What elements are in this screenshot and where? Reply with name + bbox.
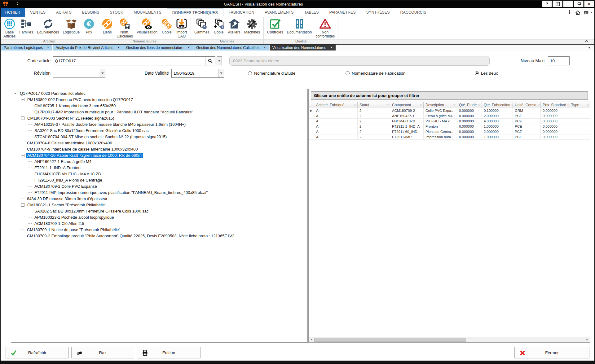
tab-gestion-des-liens-de-nomenclature[interactable]: Gestion des liens de nomenclature✕ <box>123 45 193 50</box>
grid-column-header-qté-fabrication[interactable]: Qté_Fabrication▽ <box>482 102 513 108</box>
filter-icon[interactable]: ▽ <box>585 103 589 107</box>
tree-item[interactable]: SA0202 Sac BD 80x120mm Fermeture Glissiè… <box>11 127 307 134</box>
tree-item-selected[interactable]: ACM180704-10 Papier Kraft 72gren laize d… <box>11 152 307 158</box>
tree-item[interactable]: FT2911-60_IND_A Pions de Centrage <box>11 177 307 183</box>
code-article-caret-button[interactable] <box>217 56 222 65</box>
tree-item[interactable]: 8484-30 DF mousse 30mm 3mm d'épaisseur <box>11 195 307 202</box>
tree-item[interactable]: CM180709-2 Emballage produit "Phila Auto… <box>11 233 307 239</box>
ribbon-button-logistique[interactable]: Logistique <box>61 17 82 35</box>
scroll-thumb[interactable] <box>314 338 466 342</box>
ribbon-button-base-articles[interactable]: Base Articles <box>2 17 17 39</box>
ribbon-button-visualisation[interactable]: Visualisation <box>135 17 159 35</box>
grid-row[interactable]: A2FT2911-1_IND_AFronton0.0000001.000000P… <box>309 124 590 129</box>
grid-column-header-qté-etude[interactable]: Qté_Etude▽ <box>457 102 482 108</box>
ribbon-button-equivalences[interactable]: Equivalences <box>35 17 61 35</box>
menu-item-tables[interactable]: TABLES <box>299 8 324 17</box>
radio-les-deux[interactable]: Les deux <box>475 69 498 78</box>
grid-column-header-statut[interactable]: Statut▽ <box>358 102 390 108</box>
fermer-button[interactable]: Fermer <box>514 347 589 358</box>
refresh-button[interactable]: Rafraîchir <box>6 347 69 358</box>
menu-item-stock[interactable]: STOCK <box>104 8 128 17</box>
ribbon-button-ateliers[interactable]: Ateliers <box>226 17 242 35</box>
grid-column-header-type[interactable]: Type_▽ <box>569 102 590 108</box>
search-button[interactable] <box>205 57 215 65</box>
grid-icon[interactable] <box>584 10 589 15</box>
home-icon[interactable] <box>575 10 581 15</box>
filter-icon[interactable]: ▽ <box>419 103 422 107</box>
date-validite-picker[interactable]: 10/04/2019 <box>171 69 224 78</box>
raz-button[interactable]: Raz <box>71 347 134 358</box>
info-icon[interactable]: i <box>567 10 572 15</box>
tree-item[interactable]: ANP160427-1 Ecrou à griffe M4 <box>11 158 307 164</box>
tree-item[interactable]: FT2911-IMP Impression numerique avec pla… <box>11 189 307 195</box>
revision-caret-button[interactable] <box>100 69 105 77</box>
tab-analyse-du-prix-de-revient-articles[interactable]: Analyse du Prix de Revient Articles✕ <box>53 45 122 50</box>
collapse-icon[interactable] <box>21 203 24 207</box>
menu-item-avancements[interactable]: AVANCEMENTS <box>259 8 299 17</box>
radio-nomenclature-de-fabrication[interactable]: Nomenclature de Fabrication <box>346 69 405 78</box>
tree-item[interactable]: CM180704-003 Sachet N° 21 (eletec signa2… <box>11 115 307 121</box>
ribbon-button-nom-calculées[interactable]: Nom. Calculées <box>115 17 135 39</box>
date-caret-button[interactable] <box>218 69 224 77</box>
ribbon-collapse-button[interactable] <box>584 40 588 43</box>
niveau-maxi-input[interactable] <box>548 57 569 65</box>
filter-icon[interactable]: ▽ <box>385 103 389 107</box>
filter-icon[interactable]: ▽ <box>536 103 540 107</box>
filter-icon[interactable]: ▽ <box>566 103 569 107</box>
collapse-icon[interactable] <box>21 116 24 120</box>
tab-paramètres-logistiques[interactable]: Paramètres Logistiques✕ <box>1 45 52 50</box>
menu-item-paramètres[interactable]: PARAMÈTRES <box>324 8 361 17</box>
tree-item[interactable]: ACM180709-1 Clé Allen 2,5 <box>11 220 307 226</box>
ribbon-button-non-conformités[interactable]: Non conformités <box>314 17 337 39</box>
grid-column-header-prix-standard[interactable]: Prix_Standard▽ <box>541 102 569 108</box>
filter-icon[interactable]: ▽ <box>477 103 480 107</box>
tree-item[interactable]: CM180709-1 Notice de pose "Présentoir Ph… <box>11 226 307 233</box>
restore-button[interactable] <box>574 1 584 7</box>
groupby-dropzone[interactable]: Glisser une entête de colonne ici pour g… <box>311 91 588 100</box>
ribbon-button-familles[interactable]: Familles <box>17 17 35 35</box>
tree-item[interactable]: Q17PO017 0023 Panneau ilot eletec <box>11 90 307 96</box>
ribbon-button-import-cao[interactable]: CAOImport CAO <box>174 17 189 39</box>
filter-icon[interactable]: ▽ <box>510 103 513 107</box>
ribbon-button-copie[interactable]: Copie <box>211 17 226 35</box>
grid-column-header-composant[interactable]: Composant▽ <box>390 102 424 108</box>
tree-item[interactable]: AMR16219-37 Pastille double face mousse … <box>11 121 307 127</box>
tree-item[interactable]: ACM180709-2 Colle PVC Expansé <box>11 183 307 189</box>
ribbon-button-gammes[interactable]: Gammes <box>192 17 211 35</box>
ribbon-button-documentation[interactable]: Documentation <box>285 17 314 35</box>
menu-item-achats[interactable]: ACHATS <box>51 8 77 17</box>
minimize-button[interactable]: − <box>563 1 573 7</box>
tab-gestion-des-nomenclatures-calculées[interactable]: Gestion des Nomenclatures Calculées✕ <box>193 45 269 50</box>
grid-row[interactable]: A2FHCM4X10ZBVis FHC - M4 x..0.0000004.00… <box>309 119 590 124</box>
grid-caret-icon[interactable]: ▾ <box>591 11 592 14</box>
quick-access-caret-icon[interactable]: ▾ <box>17 2 18 6</box>
code-article-input[interactable] <box>53 57 205 65</box>
menu-item-ventes[interactable]: VENTES <box>25 8 51 17</box>
collapse-icon[interactable] <box>21 154 24 157</box>
menu-item-fabrication[interactable]: FABRICATION <box>223 8 259 17</box>
grid-column-header-acheté-fabriqué[interactable]: Acheté_Fabriqué▽ <box>314 102 358 108</box>
menu-item-données-techniques[interactable]: DONNÉES TECHNIQUES <box>167 8 223 17</box>
revision-select[interactable] <box>53 69 105 78</box>
help-button[interactable]: ? <box>542 1 552 7</box>
tree-item[interactable]: PM180802-002 Panneau PVC avec impression… <box>11 96 307 103</box>
tree-item[interactable]: CM180705-1 Komaprint blanc 3 mm 650x250 <box>11 103 307 109</box>
tree-item[interactable]: CM180821-1 Sachet "Présentoir Philathéli… <box>11 202 307 208</box>
tree-item[interactable]: FHCM4X10ZB Vis FHC - M4 x 10 ZB <box>11 171 307 177</box>
ribbon-button-contrôles[interactable]: Contrôles <box>265 17 285 35</box>
tab-close-icon[interactable]: ✕ <box>187 46 190 49</box>
tab-list-caret-icon[interactable]: ▼ <box>588 46 591 49</box>
grid-column-header-description[interactable]: Description▽ <box>424 102 457 108</box>
horizontal-scrollbar[interactable]: ◄ ► <box>309 337 590 342</box>
ribbon-button-copie[interactable]: Copie <box>159 17 174 35</box>
scroll-right-button[interactable]: ► <box>585 337 590 342</box>
collapse-icon[interactable] <box>21 98 24 101</box>
ribbon-button-prix[interactable]: €Prix <box>82 17 96 35</box>
menu-item-mouvements[interactable]: MOUVEMENTS <box>128 8 167 17</box>
menu-item-raccourcis[interactable]: RACCOURCIS <box>395 8 432 17</box>
tree-item[interactable]: Q17PO017-IMP Impression numérique pour :… <box>11 109 307 115</box>
filter-icon[interactable]: ▽ <box>353 103 356 107</box>
tree-item[interactable]: FT2911-1_IND_A Fronton <box>11 164 307 171</box>
tab-close-icon[interactable]: ✕ <box>330 46 333 49</box>
tree-item[interactable]: CM180704-9 Intercalaire de caisse améric… <box>11 146 307 152</box>
